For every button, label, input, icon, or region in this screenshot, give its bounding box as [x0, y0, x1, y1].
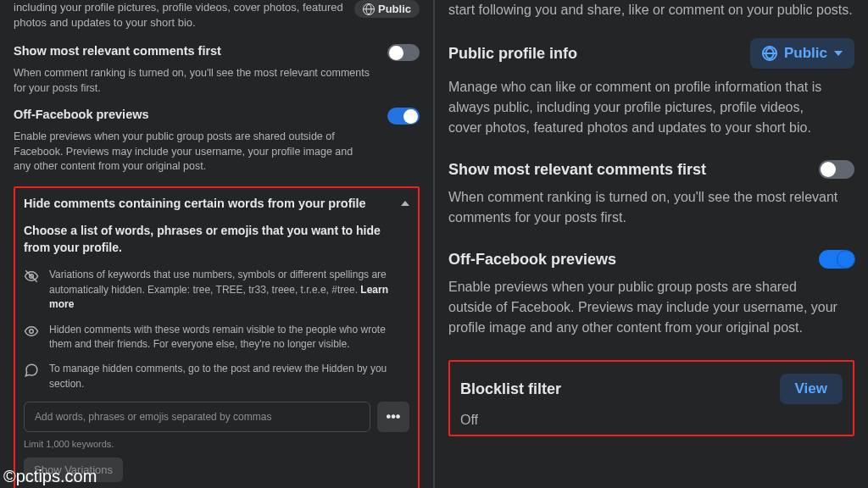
chevron-down-icon: [834, 51, 843, 56]
partial-description-r: start following you and share, like or c…: [448, 0, 854, 19]
eye-icon: [24, 324, 39, 339]
previews-desc-r: Enable previews when your public group p…: [448, 277, 838, 338]
public-label: Public: [378, 3, 411, 15]
relevant-comments-row: Show most relevant comments first: [14, 44, 420, 61]
svg-point-2: [30, 329, 34, 333]
word-input[interactable]: [24, 402, 370, 432]
partial-setting-row: including your profile pictures, profile…: [14, 0, 420, 39]
globe-icon: [762, 46, 777, 61]
blocklist-status: Off: [460, 413, 843, 428]
relevant-toggle-r[interactable]: [819, 160, 854, 179]
blocklist-title: Blocklist filter: [460, 380, 561, 398]
previews-title: Off-Facebook previews: [14, 108, 149, 121]
profile-info-row: Public profile info Public: [448, 38, 854, 69]
profile-info-desc: Manage who can like or comment on profil…: [448, 77, 838, 138]
more-options-button[interactable]: •••: [377, 402, 409, 432]
public-label-r: Public: [784, 45, 827, 62]
blocklist-highlight: Blocklist filter View Off: [448, 360, 854, 436]
relevant-row-r: Show most relevant comments first: [448, 160, 854, 179]
partial-description: including your profile pictures, profile…: [14, 0, 354, 30]
chevron-up-icon: [401, 201, 409, 206]
previews-title-r: Off-Facebook previews: [448, 251, 616, 269]
watermark: ©pctips.com: [3, 467, 97, 486]
relevant-toggle[interactable]: [387, 44, 420, 61]
info-text-2: Hidden comments with these words remain …: [49, 323, 409, 352]
hide-words-title: Hide comments containing certain words f…: [24, 197, 366, 210]
left-settings-panel: including your profile pictures, profile…: [0, 0, 435, 488]
hide-words-header[interactable]: Hide comments containing certain words f…: [24, 197, 409, 210]
right-settings-panel: start following you and share, like or c…: [435, 0, 868, 488]
relevant-title: Show most relevant comments first: [14, 44, 221, 58]
hide-words-section-highlight: Hide comments containing certain words f…: [14, 186, 420, 488]
info-row-manage: To manage hidden comments, go to the pos…: [24, 362, 409, 391]
word-input-row: •••: [24, 402, 409, 432]
off-fb-previews-row: Off-Facebook previews: [14, 108, 420, 125]
keyword-limit: Limit 1,000 keywords.: [24, 439, 409, 449]
relevant-title-r: Show most relevant comments first: [448, 161, 706, 179]
view-button[interactable]: View: [780, 374, 843, 404]
info-row-variations: Variations of keywords that use numbers,…: [24, 268, 409, 312]
relevant-desc-r: When comment ranking is turned on, you'l…: [448, 187, 838, 228]
blocklist-row: Blocklist filter View: [460, 374, 843, 404]
eye-hidden-icon: [24, 269, 39, 284]
hide-words-sub: Choose a list of words, phrases or emoji…: [24, 222, 388, 257]
previews-toggle-r[interactable]: [819, 250, 854, 269]
profile-info-title: Public profile info: [448, 45, 577, 63]
relevant-desc: When comment ranking is turned on, you'l…: [14, 66, 370, 96]
info-text-3: To manage hidden comments, go to the pos…: [49, 362, 409, 391]
globe-icon: [363, 3, 375, 15]
previews-toggle[interactable]: [387, 108, 420, 125]
previews-desc: Enable previews when your public group p…: [14, 130, 370, 175]
previews-row-r: Off-Facebook previews: [448, 250, 854, 269]
info-row-hidden: Hidden comments with these words remain …: [24, 323, 409, 352]
comment-icon: [24, 363, 39, 378]
public-selector-r[interactable]: Public: [750, 38, 854, 69]
info-text-1: Variations of keywords that use numbers,…: [49, 268, 409, 312]
public-selector[interactable]: Public: [354, 0, 420, 18]
